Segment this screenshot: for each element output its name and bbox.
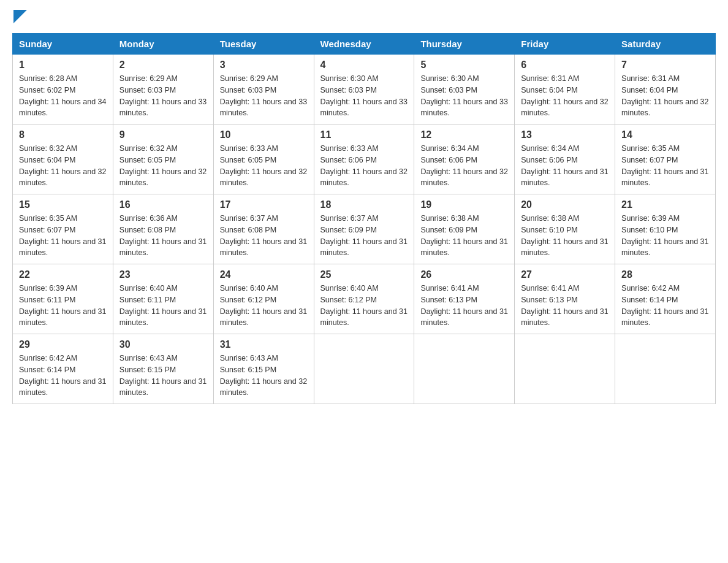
day-number: 9 (119, 129, 207, 140)
header-friday: Friday (515, 34, 615, 55)
calendar-week-row: 15Sunrise: 6:35 AMSunset: 6:07 PMDayligh… (13, 194, 716, 264)
day-info: Sunrise: 6:30 AMSunset: 6:03 PMDaylight:… (320, 73, 408, 119)
day-info: Sunrise: 6:42 AMSunset: 6:14 PMDaylight:… (621, 283, 709, 329)
day-number: 17 (220, 199, 308, 210)
calendar-cell: 13Sunrise: 6:34 AMSunset: 6:06 PMDayligh… (515, 124, 615, 194)
logo-triangle-icon (13, 10, 27, 23)
day-info: Sunrise: 6:39 AMSunset: 6:10 PMDaylight:… (621, 213, 709, 259)
day-info: Sunrise: 6:28 AMSunset: 6:02 PMDaylight:… (19, 73, 107, 119)
day-info: Sunrise: 6:40 AMSunset: 6:12 PMDaylight:… (220, 283, 308, 329)
calendar-cell (515, 334, 615, 404)
calendar-week-row: 22Sunrise: 6:39 AMSunset: 6:11 PMDayligh… (13, 264, 716, 334)
day-info: Sunrise: 6:41 AMSunset: 6:13 PMDaylight:… (521, 283, 609, 329)
calendar-cell: 8Sunrise: 6:32 AMSunset: 6:04 PMDaylight… (13, 124, 113, 194)
day-number: 21 (621, 199, 709, 210)
calendar-week-row: 29Sunrise: 6:42 AMSunset: 6:14 PMDayligh… (13, 334, 716, 404)
day-number: 6 (521, 59, 609, 71)
calendar-cell: 22Sunrise: 6:39 AMSunset: 6:11 PMDayligh… (13, 264, 113, 334)
day-number: 25 (320, 269, 408, 280)
day-info: Sunrise: 6:32 AMSunset: 6:05 PMDaylight:… (119, 143, 207, 189)
header-thursday: Thursday (414, 34, 515, 55)
calendar-table: Sunday Monday Tuesday Wednesday Thursday… (12, 33, 716, 404)
page-header (12, 12, 716, 23)
day-info: Sunrise: 6:37 AMSunset: 6:09 PMDaylight:… (320, 213, 408, 259)
day-number: 28 (621, 269, 709, 280)
day-info: Sunrise: 6:31 AMSunset: 6:04 PMDaylight:… (521, 73, 609, 119)
calendar-cell: 20Sunrise: 6:38 AMSunset: 6:10 PMDayligh… (515, 194, 615, 264)
calendar-cell: 15Sunrise: 6:35 AMSunset: 6:07 PMDayligh… (13, 194, 113, 264)
calendar-cell (314, 334, 414, 404)
day-number: 2 (119, 59, 207, 71)
day-number: 16 (119, 199, 207, 210)
header-tuesday: Tuesday (213, 34, 314, 55)
calendar-cell: 12Sunrise: 6:34 AMSunset: 6:06 PMDayligh… (414, 124, 515, 194)
day-info: Sunrise: 6:43 AMSunset: 6:15 PMDaylight:… (119, 353, 207, 399)
day-number: 4 (320, 59, 408, 71)
day-number: 10 (220, 129, 308, 140)
day-info: Sunrise: 6:39 AMSunset: 6:11 PMDaylight:… (19, 283, 107, 329)
day-info: Sunrise: 6:34 AMSunset: 6:06 PMDaylight:… (521, 143, 609, 189)
day-number: 3 (220, 59, 308, 71)
day-number: 12 (420, 129, 508, 140)
day-info: Sunrise: 6:41 AMSunset: 6:13 PMDaylight:… (420, 283, 508, 329)
calendar-cell: 11Sunrise: 6:33 AMSunset: 6:06 PMDayligh… (314, 124, 414, 194)
logo (12, 12, 27, 23)
day-number: 22 (19, 269, 107, 280)
calendar-cell: 2Sunrise: 6:29 AMSunset: 6:03 PMDaylight… (113, 55, 213, 124)
day-info: Sunrise: 6:29 AMSunset: 6:03 PMDaylight:… (119, 73, 207, 119)
day-number: 23 (119, 269, 207, 280)
calendar-week-row: 8Sunrise: 6:32 AMSunset: 6:04 PMDaylight… (13, 124, 716, 194)
calendar-week-row: 1Sunrise: 6:28 AMSunset: 6:02 PMDaylight… (13, 55, 716, 124)
day-number: 7 (621, 59, 709, 71)
day-number: 13 (521, 129, 609, 140)
day-info: Sunrise: 6:34 AMSunset: 6:06 PMDaylight:… (420, 143, 508, 189)
header-monday: Monday (113, 34, 213, 55)
day-number: 27 (521, 269, 609, 280)
calendar-cell: 3Sunrise: 6:29 AMSunset: 6:03 PMDaylight… (213, 55, 314, 124)
day-number: 19 (420, 199, 508, 210)
day-info: Sunrise: 6:38 AMSunset: 6:10 PMDaylight:… (521, 213, 609, 259)
day-info: Sunrise: 6:40 AMSunset: 6:11 PMDaylight:… (119, 283, 207, 329)
day-number: 30 (119, 339, 207, 350)
calendar-header-row: Sunday Monday Tuesday Wednesday Thursday… (13, 34, 716, 55)
calendar-cell: 7Sunrise: 6:31 AMSunset: 6:04 PMDaylight… (615, 55, 716, 124)
day-number: 14 (621, 129, 709, 140)
calendar-cell: 23Sunrise: 6:40 AMSunset: 6:11 PMDayligh… (113, 264, 213, 334)
day-info: Sunrise: 6:31 AMSunset: 6:04 PMDaylight:… (621, 73, 709, 119)
day-number: 8 (19, 129, 107, 140)
day-number: 5 (420, 59, 508, 71)
calendar-cell: 25Sunrise: 6:40 AMSunset: 6:12 PMDayligh… (314, 264, 414, 334)
day-number: 18 (320, 199, 408, 210)
calendar-cell: 27Sunrise: 6:41 AMSunset: 6:13 PMDayligh… (515, 264, 615, 334)
calendar-cell: 6Sunrise: 6:31 AMSunset: 6:04 PMDaylight… (515, 55, 615, 124)
calendar-cell: 26Sunrise: 6:41 AMSunset: 6:13 PMDayligh… (414, 264, 515, 334)
day-number: 29 (19, 339, 107, 350)
calendar-cell: 24Sunrise: 6:40 AMSunset: 6:12 PMDayligh… (213, 264, 314, 334)
calendar-cell: 28Sunrise: 6:42 AMSunset: 6:14 PMDayligh… (615, 264, 716, 334)
calendar-cell: 21Sunrise: 6:39 AMSunset: 6:10 PMDayligh… (615, 194, 716, 264)
calendar-cell: 31Sunrise: 6:43 AMSunset: 6:15 PMDayligh… (213, 334, 314, 404)
day-number: 11 (320, 129, 408, 140)
day-number: 26 (420, 269, 508, 280)
day-number: 31 (220, 339, 308, 350)
day-info: Sunrise: 6:37 AMSunset: 6:08 PMDaylight:… (220, 213, 308, 259)
calendar-cell: 29Sunrise: 6:42 AMSunset: 6:14 PMDayligh… (13, 334, 113, 404)
day-number: 1 (19, 59, 107, 71)
day-info: Sunrise: 6:36 AMSunset: 6:08 PMDaylight:… (119, 213, 207, 259)
day-info: Sunrise: 6:33 AMSunset: 6:06 PMDaylight:… (320, 143, 408, 189)
day-info: Sunrise: 6:38 AMSunset: 6:09 PMDaylight:… (420, 213, 508, 259)
day-info: Sunrise: 6:43 AMSunset: 6:15 PMDaylight:… (220, 353, 308, 399)
day-info: Sunrise: 6:33 AMSunset: 6:05 PMDaylight:… (220, 143, 308, 189)
day-number: 15 (19, 199, 107, 210)
calendar-cell (615, 334, 716, 404)
calendar-cell: 1Sunrise: 6:28 AMSunset: 6:02 PMDaylight… (13, 55, 113, 124)
day-number: 20 (521, 199, 609, 210)
calendar-cell: 5Sunrise: 6:30 AMSunset: 6:03 PMDaylight… (414, 55, 515, 124)
calendar-cell: 4Sunrise: 6:30 AMSunset: 6:03 PMDaylight… (314, 55, 414, 124)
day-number: 24 (220, 269, 308, 280)
calendar-cell: 16Sunrise: 6:36 AMSunset: 6:08 PMDayligh… (113, 194, 213, 264)
day-info: Sunrise: 6:40 AMSunset: 6:12 PMDaylight:… (320, 283, 408, 329)
calendar-cell: 10Sunrise: 6:33 AMSunset: 6:05 PMDayligh… (213, 124, 314, 194)
svg-marker-0 (13, 10, 27, 23)
day-info: Sunrise: 6:29 AMSunset: 6:03 PMDaylight:… (220, 73, 308, 119)
